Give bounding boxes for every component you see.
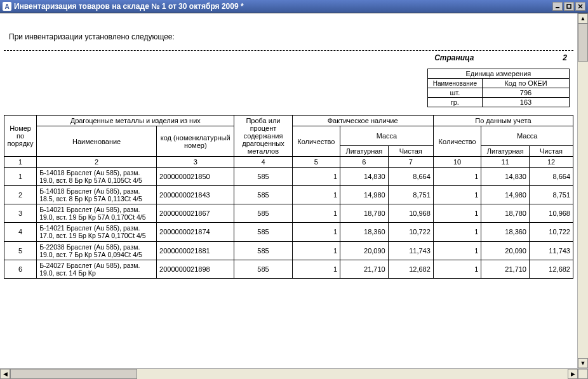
cell-qty-ledger: 1 <box>433 186 481 204</box>
table-row: 4Б-14021 Браслет (Au 585), разм. 17.0, в… <box>4 223 573 241</box>
cell-proba: 585 <box>234 241 292 260</box>
page-separator <box>4 50 573 51</box>
minimize-button[interactable] <box>552 2 563 11</box>
th-mass-actual: Масса <box>340 126 434 146</box>
th-colnum: 6 <box>340 157 389 168</box>
vscroll-thumb[interactable] <box>578 23 588 62</box>
table-row: 5Б-22038 Браслет (Au 585), разм. 19.0, в… <box>4 241 573 260</box>
unit-code: 163 <box>483 98 570 107</box>
unit-row: гр. 163 <box>427 98 569 107</box>
th-ledger-group: По данным учета <box>433 116 573 126</box>
th-mass-ledger: Масса <box>481 126 573 146</box>
cell-name: Б-14021 Браслет (Au 585), разм. 19.0, вс… <box>37 204 157 223</box>
cell-pure-actual: 10,722 <box>388 223 433 241</box>
th-ligature-actual: Лигатурная <box>340 146 389 157</box>
hscroll-track[interactable] <box>10 369 568 379</box>
th-name: Наименование <box>37 126 157 157</box>
inventory-table: Номер по порядку Драгоценные металлы и и… <box>4 115 573 279</box>
cell-no: 3 <box>4 204 37 223</box>
cell-no: 5 <box>4 241 37 260</box>
cell-pure-ledger: 8,751 <box>530 186 573 204</box>
cell-no: 2 <box>4 186 37 204</box>
cell-pure-actual: 8,664 <box>388 168 433 186</box>
cell-pure-ledger: 8,664 <box>530 168 573 186</box>
vertical-scrollbar[interactable]: ▲ ▼ <box>577 13 588 368</box>
cell-code: 2000000021898 <box>157 260 234 278</box>
cell-qty-actual: 1 <box>292 204 340 223</box>
cell-pure-actual: 11,743 <box>388 241 433 260</box>
cell-no: 6 <box>4 260 37 278</box>
th-qty-ledger: Количество <box>433 126 481 157</box>
th-actual-group: Фактическое наличие <box>292 116 433 126</box>
cell-ligature-actual: 21,710 <box>340 260 389 278</box>
th-colnum: 3 <box>157 157 234 168</box>
th-colnum: 2 <box>37 157 157 168</box>
th-colnum: 5 <box>292 157 340 168</box>
th-colnum: 4 <box>234 157 292 168</box>
cell-ligature-actual: 14,980 <box>340 186 389 204</box>
unit-name: гр. <box>427 98 482 107</box>
scroll-right-icon[interactable]: ▶ <box>568 369 578 379</box>
scroll-corner <box>578 369 588 379</box>
vscroll-track[interactable] <box>578 23 588 358</box>
th-pure-actual: Чистая <box>388 146 433 157</box>
cell-name: Б-14021 Браслет (Au 585), разм. 17.0, вс… <box>37 223 157 241</box>
unit-row: шт. 796 <box>427 88 569 98</box>
hscroll-thumb[interactable] <box>10 369 137 379</box>
th-proba: Проба или процент содержания драгоценных… <box>234 116 292 157</box>
cell-code: 2000000021867 <box>157 204 234 223</box>
th-colnum: 11 <box>481 157 530 168</box>
window-frame: A Инвентаризация товаров на складе № 1 о… <box>0 0 588 379</box>
cell-qty-actual: 1 <box>292 241 340 260</box>
cell-ligature-actual: 14,830 <box>340 168 389 186</box>
cell-ligature-ledger: 18,780 <box>481 204 530 223</box>
table-row: 1Б-14018 Браслет (Au 585), разм. 19.0, в… <box>4 168 573 186</box>
cell-ligature-actual: 18,780 <box>340 204 389 223</box>
cell-name: Б-22038 Браслет (Au 585), разм. 19.0, вс… <box>37 241 157 260</box>
cell-code: 2000000021843 <box>157 186 234 204</box>
table-row: 2Б-14018 Браслет (Au 585), разм. 18.5, в… <box>4 186 573 204</box>
unit-name-label: Наименование <box>427 79 482 88</box>
cell-code: 2000000021850 <box>157 168 234 186</box>
th-colnum: 12 <box>530 157 573 168</box>
cell-qty-actual: 1 <box>292 168 340 186</box>
cell-pure-actual: 12,682 <box>388 260 433 278</box>
unit-okei-label: Код по ОКЕИ <box>483 79 570 88</box>
maximize-button[interactable] <box>564 2 574 11</box>
cell-code: 2000000021881 <box>157 241 234 260</box>
horizontal-scrollbar[interactable]: ◀ ▶ <box>0 368 588 379</box>
th-code: код (номенклатурный номер) <box>157 126 234 157</box>
cell-ligature-actual: 18,360 <box>340 223 389 241</box>
unit-caption: Единица измерения <box>427 69 569 79</box>
document-area: При инвентаризации установлено следующее… <box>0 13 577 368</box>
th-colnum: 1 <box>4 157 37 168</box>
scroll-left-icon[interactable]: ◀ <box>0 369 10 379</box>
titlebar[interactable]: A Инвентаризация товаров на складе № 1 о… <box>0 0 588 13</box>
cell-pure-ledger: 11,743 <box>530 241 573 260</box>
app-icon: A <box>3 2 11 11</box>
cell-pure-actual: 8,751 <box>388 186 433 204</box>
intro-text: При инвентаризации установлено следующее… <box>4 13 573 49</box>
th-colnum: 10 <box>433 157 481 168</box>
scroll-down-icon[interactable]: ▼ <box>578 358 588 368</box>
cell-no: 1 <box>4 168 37 186</box>
cell-ligature-ledger: 14,830 <box>481 168 530 186</box>
cell-proba: 585 <box>234 168 292 186</box>
cell-qty-ledger: 1 <box>433 260 481 278</box>
cell-proba: 585 <box>234 260 292 278</box>
cell-ligature-ledger: 20,090 <box>481 241 530 260</box>
cell-code: 2000000021874 <box>157 223 234 241</box>
cell-ligature-ledger: 14,980 <box>481 186 530 204</box>
unit-code: 796 <box>483 88 570 98</box>
cell-proba: 585 <box>234 204 292 223</box>
cell-qty-ledger: 1 <box>433 223 481 241</box>
th-pure-ledger: Чистая <box>530 146 573 157</box>
unit-name: шт. <box>427 88 482 98</box>
cell-qty-actual: 1 <box>292 260 340 278</box>
cell-ligature-ledger: 18,360 <box>481 223 530 241</box>
page-number: 2 <box>563 53 567 62</box>
scroll-up-icon[interactable]: ▲ <box>578 13 588 23</box>
close-button[interactable] <box>575 2 585 11</box>
th-ligature-ledger: Лигатурная <box>481 146 530 157</box>
cell-ligature-actual: 20,090 <box>340 241 389 260</box>
